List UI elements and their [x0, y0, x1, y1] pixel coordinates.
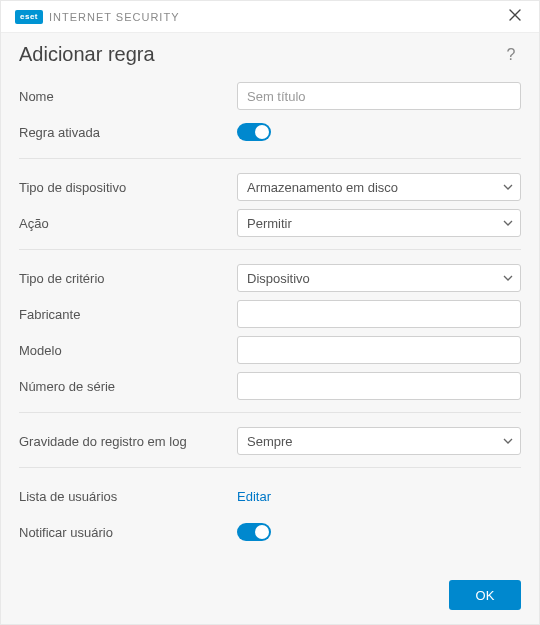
label-tipo-dispositivo: Tipo de dispositivo	[19, 180, 237, 195]
label-lista-usuarios: Lista de usuários	[19, 489, 237, 504]
modelo-input[interactable]	[237, 336, 521, 364]
tipo-criterio-select[interactable]	[237, 264, 521, 292]
page-title: Adicionar regra	[19, 43, 155, 66]
notificar-usuario-toggle[interactable]	[237, 523, 271, 541]
label-acao: Ação	[19, 216, 237, 231]
label-fabricante: Fabricante	[19, 307, 237, 322]
nome-input[interactable]	[237, 82, 521, 110]
label-gravidade-log: Gravidade do registro em log	[19, 434, 237, 449]
numero-serie-input[interactable]	[237, 372, 521, 400]
acao-select[interactable]	[237, 209, 521, 237]
tipo-dispositivo-value[interactable]	[237, 173, 521, 201]
gravidade-log-select[interactable]	[237, 427, 521, 455]
label-modelo: Modelo	[19, 343, 237, 358]
footer: OK	[449, 580, 521, 610]
editar-link[interactable]: Editar	[237, 489, 271, 504]
acao-value[interactable]	[237, 209, 521, 237]
titlebar: eset INTERNET SECURITY	[1, 1, 539, 33]
fabricante-input[interactable]	[237, 300, 521, 328]
tipo-dispositivo-select[interactable]	[237, 173, 521, 201]
label-regra-ativada: Regra ativada	[19, 125, 237, 140]
gravidade-log-value[interactable]	[237, 427, 521, 455]
content-area: Adicionar regra ? Nome Regra ativada Tip…	[1, 33, 539, 548]
tipo-criterio-value[interactable]	[237, 264, 521, 292]
ok-button[interactable]: OK	[449, 580, 521, 610]
divider	[19, 467, 521, 468]
divider	[19, 412, 521, 413]
label-tipo-criterio: Tipo de critério	[19, 271, 237, 286]
label-nome: Nome	[19, 89, 237, 104]
divider	[19, 158, 521, 159]
brand-title: INTERNET SECURITY	[49, 11, 179, 23]
close-icon	[509, 9, 521, 24]
label-numero-serie: Número de série	[19, 379, 237, 394]
close-button[interactable]	[501, 3, 529, 31]
divider	[19, 249, 521, 250]
regra-ativada-toggle[interactable]	[237, 123, 271, 141]
label-notificar-usuario: Notificar usuário	[19, 525, 237, 540]
eset-badge: eset	[15, 10, 43, 24]
help-icon[interactable]: ?	[501, 46, 521, 64]
brand-logo: eset INTERNET SECURITY	[15, 10, 179, 24]
